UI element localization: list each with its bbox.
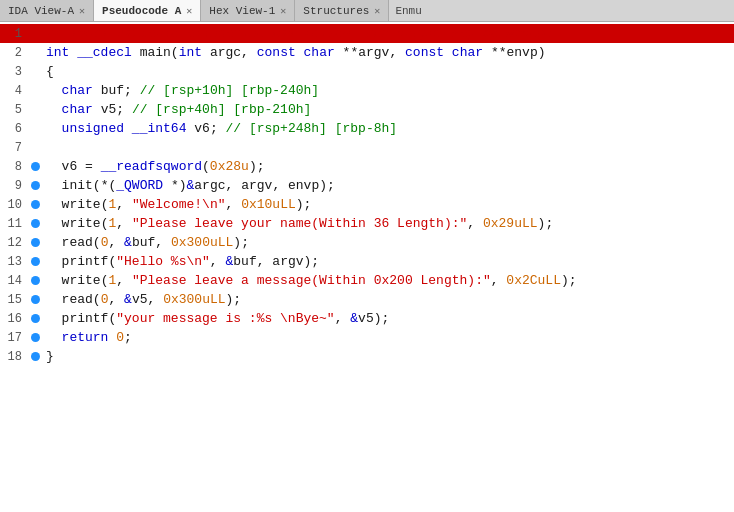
line-number: 3 bbox=[0, 65, 28, 79]
code-content: read(0, &buf, 0x300uLL); bbox=[42, 233, 249, 252]
code-line-3: 3{ bbox=[0, 62, 734, 81]
line-number: 16 bbox=[0, 312, 28, 326]
line-number: 7 bbox=[0, 141, 28, 155]
code-line-2: 2int __cdecl main(int argc, const char *… bbox=[0, 43, 734, 62]
breakpoint-dot[interactable] bbox=[28, 200, 42, 209]
close-icon-ida[interactable]: ✕ bbox=[79, 5, 85, 17]
line-number: 13 bbox=[0, 255, 28, 269]
breakpoint-dot[interactable] bbox=[28, 333, 42, 342]
code-content: return 0; bbox=[42, 328, 132, 347]
tab-hex-view-1[interactable]: Hex View-1 ✕ bbox=[201, 0, 295, 21]
breakpoint-dot[interactable] bbox=[28, 314, 42, 323]
code-content: write(1, "Please leave your name(Within … bbox=[42, 214, 553, 233]
line-number: 17 bbox=[0, 331, 28, 345]
code-content: { bbox=[42, 62, 54, 81]
line-number: 11 bbox=[0, 217, 28, 231]
code-line-18: 18} bbox=[0, 347, 734, 366]
line-number: 14 bbox=[0, 274, 28, 288]
code-line-10: 10 write(1, "Welcome!\n", 0x10uLL); bbox=[0, 195, 734, 214]
code-content: int __cdecl main(int argc, const char **… bbox=[42, 43, 546, 62]
line-number: 5 bbox=[0, 103, 28, 117]
close-icon-struct[interactable]: ✕ bbox=[374, 5, 380, 17]
code-content: printf("your message is :%s \nBye~", &v5… bbox=[42, 309, 389, 328]
code-content: char v5; // [rsp+40h] [rbp-210h] bbox=[42, 100, 311, 119]
code-content: printf("Hello %s\n", &buf, argv); bbox=[42, 252, 319, 271]
code-line-14: 14 write(1, "Please leave a message(With… bbox=[0, 271, 734, 290]
line-number: 12 bbox=[0, 236, 28, 250]
line-number: 4 bbox=[0, 84, 28, 98]
line-number: 2 bbox=[0, 46, 28, 60]
tab-structures[interactable]: Structures ✕ bbox=[295, 0, 389, 21]
code-line-13: 13 printf("Hello %s\n", &buf, argv); bbox=[0, 252, 734, 271]
code-content: unsigned __int64 v6; // [rsp+248h] [rbp-… bbox=[42, 119, 397, 138]
code-line-4: 4 char buf; // [rsp+10h] [rbp-240h] bbox=[0, 81, 734, 100]
code-line-15: 15 read(0, &v5, 0x300uLL); bbox=[0, 290, 734, 309]
breakpoint-dot[interactable] bbox=[28, 181, 42, 190]
code-line-11: 11 write(1, "Please leave your name(With… bbox=[0, 214, 734, 233]
line-number: 15 bbox=[0, 293, 28, 307]
tab-bar: IDA View-A ✕ Pseudocode A ✕ Hex View-1 ✕… bbox=[0, 0, 734, 22]
code-content: write(1, "Please leave a message(Within … bbox=[42, 271, 577, 290]
close-icon-hex[interactable]: ✕ bbox=[280, 5, 286, 17]
line-number: 9 bbox=[0, 179, 28, 193]
code-content: init(*(_QWORD *)&argc, argv, envp); bbox=[42, 176, 335, 195]
code-content: v6 = __readfsqword(0x28u); bbox=[42, 157, 265, 176]
breakpoint-dot[interactable] bbox=[28, 238, 42, 247]
code-line-17: 17 return 0; bbox=[0, 328, 734, 347]
close-icon-pseudo[interactable]: ✕ bbox=[186, 5, 192, 17]
line-number: 1 bbox=[0, 27, 28, 41]
tab-pseudocode-a[interactable]: Pseudocode A ✕ bbox=[94, 0, 201, 21]
code-line-1: 1// local variable allocation has failed… bbox=[0, 24, 734, 43]
code-line-12: 12 read(0, &buf, 0x300uLL); bbox=[0, 233, 734, 252]
code-line-9: 9 init(*(_QWORD *)&argc, argv, envp); bbox=[0, 176, 734, 195]
line-number: 18 bbox=[0, 350, 28, 364]
line-number: 6 bbox=[0, 122, 28, 136]
code-content: read(0, &v5, 0x300uLL); bbox=[42, 290, 241, 309]
code-line-6: 6 unsigned __int64 v6; // [rsp+248h] [rb… bbox=[0, 119, 734, 138]
code-lines: 1// local variable allocation has failed… bbox=[0, 22, 734, 368]
breakpoint-dot[interactable] bbox=[28, 162, 42, 171]
line-number: 8 bbox=[0, 160, 28, 174]
breakpoint-dot[interactable] bbox=[28, 352, 42, 361]
line-number: 10 bbox=[0, 198, 28, 212]
breakpoint-dot[interactable] bbox=[28, 295, 42, 304]
breakpoint-dot[interactable] bbox=[28, 276, 42, 285]
tab-ida-view-a[interactable]: IDA View-A ✕ bbox=[0, 0, 94, 21]
code-area: 1// local variable allocation has failed… bbox=[0, 22, 734, 512]
tab-end[interactable]: Enmu bbox=[389, 5, 427, 17]
code-content: char buf; // [rsp+10h] [rbp-240h] bbox=[42, 81, 319, 100]
breakpoint-dot[interactable] bbox=[28, 219, 42, 228]
code-line-7: 7 bbox=[0, 138, 734, 157]
code-line-8: 8 v6 = __readfsqword(0x28u); bbox=[0, 157, 734, 176]
code-line-5: 5 char v5; // [rsp+40h] [rbp-210h] bbox=[0, 100, 734, 119]
code-content: write(1, "Welcome!\n", 0x10uLL); bbox=[42, 195, 311, 214]
code-line-16: 16 printf("your message is :%s \nBye~", … bbox=[0, 309, 734, 328]
breakpoint-dot[interactable] bbox=[28, 257, 42, 266]
code-content: } bbox=[42, 347, 54, 366]
code-content: // local variable allocation has failed,… bbox=[42, 24, 553, 43]
